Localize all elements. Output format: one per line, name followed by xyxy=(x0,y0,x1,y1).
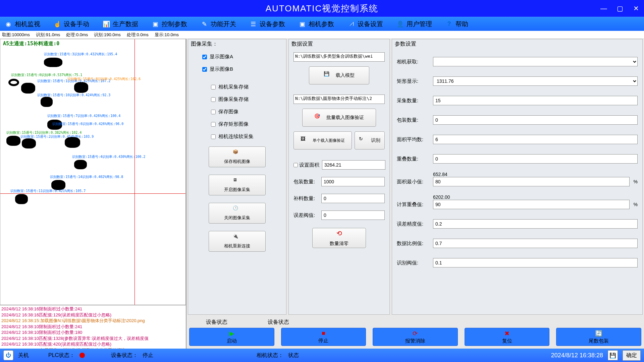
list-icon: ☰ xyxy=(250,20,257,28)
panel-title: 图像采集： xyxy=(188,39,286,49)
camera-view[interactable]: A5主通道:15补料通道:0 识别数室:15通号:3识别率:0.432%周长:1… xyxy=(0,39,186,305)
btn-start[interactable]: ▶启动 xyxy=(189,328,274,346)
status-proc1: 处理:0.0ms xyxy=(66,32,88,38)
hint-area-min: 652.84 xyxy=(397,172,638,177)
minimize-button[interactable]: — xyxy=(596,0,612,17)
menu-function-switch[interactable]: ✎功能开关 xyxy=(199,18,238,30)
detection-label: 识别数室:15通号:3识别率:0.432%周长:195.4 xyxy=(44,52,117,57)
log-panel[interactable]: 2024/8/12 16:38:16限制面积过小数量:241 2024/8/12… xyxy=(0,305,186,349)
menu-device-manual[interactable]: ☝设备手动 xyxy=(52,18,91,30)
btn-alarm-clear[interactable]: ⟳报警消除 xyxy=(373,328,458,346)
detection-blob xyxy=(6,136,20,146)
btn-reconnect[interactable]: 🔌相机重新连接 xyxy=(209,231,266,252)
menu-control-params[interactable]: ▣控制参数 xyxy=(150,18,189,30)
detection-label: 识别数室:15通号:6识别率:0.426%周长:96.0 xyxy=(52,122,123,126)
hint-calc-overlap: 6202.00 xyxy=(397,194,638,200)
reset-icon: ⟲ xyxy=(336,229,342,237)
menu-camera-monitor[interactable]: ◉相机监视 xyxy=(3,18,42,30)
panel-title: 参数设置 xyxy=(392,39,642,49)
detection-label: 识别数室:15通号:11识别率:0.421%周长:105.7 xyxy=(10,189,86,193)
camera2-icon: ▣ xyxy=(299,20,306,28)
status-proc2: 处理:0.0ms xyxy=(127,32,149,38)
chk-set-area[interactable] xyxy=(293,163,298,167)
alarm-icon: ⟳ xyxy=(413,330,418,337)
log-line: 2024/8/12 16:38:16限制面积过小数量:241 xyxy=(1,306,184,312)
menu-camera-params[interactable]: ▣相机参数 xyxy=(297,18,336,30)
input-set-area[interactable] xyxy=(322,160,385,170)
btn-stop[interactable]: ■停止 xyxy=(281,328,366,346)
input-area-avg[interactable] xyxy=(433,135,638,144)
input-collect-qty[interactable] xyxy=(433,96,638,105)
menu-user-mgmt[interactable]: 👤用户管理 xyxy=(394,18,434,30)
input-calc-overlap[interactable] xyxy=(433,200,630,209)
power-button[interactable]: ⏻ xyxy=(3,350,13,360)
panel-title: 数据设置 xyxy=(289,39,389,49)
clock-icon: 🕒 xyxy=(233,205,241,214)
chk-save-img[interactable]: 保存图像 xyxy=(193,107,281,116)
refresh-icon: ↻ xyxy=(359,136,368,145)
input-err-prec[interactable] xyxy=(433,219,638,229)
detection-blob xyxy=(21,83,35,94)
hand-icon: ☝ xyxy=(54,20,61,28)
menu-help[interactable]: ?帮助 xyxy=(443,18,470,30)
maximize-button[interactable]: ▢ xyxy=(612,0,628,17)
btn-single-verify[interactable]: 🖼单个载入图像验证 xyxy=(293,131,352,149)
window-icon: ▣ xyxy=(152,20,159,28)
camera-panel: A5主通道:15补料通道:0 识别数室:15通号:3识别率:0.432%周长:1… xyxy=(0,39,186,349)
btn-save-camera-image[interactable]: 📦保存相机图像 xyxy=(209,146,266,167)
camera-header: A5主通道:15补料通道:0 xyxy=(0,39,185,48)
menu-device-settings[interactable]: ⩘设备设置 xyxy=(345,18,385,30)
input-overlap-qty[interactable] xyxy=(433,154,638,164)
chk-show-b[interactable]: 显示图像B xyxy=(193,65,281,74)
btn-load-model[interactable]: 💾载入模型 xyxy=(309,66,369,84)
data-settings-panel: 数据设置 N:\训练数据\多类型集合训练数据\wei 💾载入模型 N:\训练数据… xyxy=(288,39,390,315)
archive-icon: 📦 xyxy=(233,149,241,158)
titlebar: AUTOMATIC视觉控制系统 — ▢ ✕ xyxy=(0,0,644,17)
footer-clock: 2024/8/12 16:38:28 xyxy=(551,352,603,359)
input-pack-qty2[interactable] xyxy=(433,115,638,125)
chk-save-rect[interactable]: 保存矩形图像 xyxy=(193,120,281,129)
disk-icon: 💾 xyxy=(609,352,616,359)
edit-icon: ✎ xyxy=(201,20,208,28)
close-button[interactable]: ✕ xyxy=(628,0,644,17)
menu-prod-data[interactable]: 📊生产数据 xyxy=(101,18,140,30)
btn-reset-count[interactable]: ⟲数量清零 xyxy=(312,228,366,248)
input-area-min[interactable] xyxy=(433,177,630,186)
btn-tail-pack[interactable]: 🔄尾数包装 xyxy=(556,328,641,346)
field-set-area: 设置面积 xyxy=(293,160,385,170)
chk-cont-capture[interactable]: 相机连续软采集 xyxy=(193,132,281,141)
btn-batch-verify[interactable]: 🎯批量载入图像验证 xyxy=(302,109,376,127)
power-icon: ⏻ xyxy=(6,352,11,358)
chk-cam-store[interactable]: 相机采集存储 xyxy=(193,82,281,92)
image-acquire-panel: 图像采集： 显示图像A 显示图像B 相机采集存储 图像采集存储 保存图像 保存矩… xyxy=(188,39,286,315)
btn-stop-capture[interactable]: 🕒关闭图像采集 xyxy=(209,203,266,224)
btn-reset[interactable]: ✖复位 xyxy=(465,328,550,346)
save-button[interactable]: 💾 xyxy=(608,350,618,360)
input-data-ratio[interactable] xyxy=(433,239,638,248)
wave-icon: ⩘ xyxy=(347,20,355,28)
footer: ⏻ 关机 PLC状态： 设备状态： 停止 相机状态： 状态 2024/8/12 … xyxy=(0,349,644,362)
menu-device-params[interactable]: ☰设备参数 xyxy=(248,18,287,30)
btn-start-capture[interactable]: 🖥开启图像采集 xyxy=(209,175,266,195)
path-images[interactable]: N:\训练数据\圆形物体分类手动标注\2 xyxy=(293,95,385,104)
detection-blob xyxy=(22,138,36,148)
camera-status-value: 状态 xyxy=(288,352,299,359)
path-model[interactable]: N:\训练数据\多类型集合训练数据\wei xyxy=(293,52,385,62)
btn-recognize[interactable]: ↻识别 xyxy=(355,131,385,149)
device-status-value: 停止 xyxy=(143,352,153,359)
detection-blob xyxy=(74,160,87,169)
chk-img-store[interactable]: 图像采集存储 xyxy=(193,95,281,104)
chk-show-a[interactable]: 显示图像A xyxy=(193,52,281,61)
input-pack-qty[interactable] xyxy=(321,177,385,186)
select-camera[interactable] xyxy=(433,57,638,66)
log-line: 2024/8/12 16:38:10限制面积过小数量:180 xyxy=(1,329,184,336)
device-status-label-1: 设备状态 xyxy=(206,319,227,326)
input-err-thresh[interactable] xyxy=(321,210,385,220)
input-feed-qty[interactable] xyxy=(321,194,385,203)
confirm-button[interactable]: 确定 xyxy=(623,350,641,361)
main-area: A5主通道:15补料通道:0 识别数室:15通号:3识别率:0.432%周长:1… xyxy=(0,39,644,349)
param-settings-panel: 参数设置 相机获取: 矩形显示:1311.76 采集数量: 包装数量: 面积平均… xyxy=(392,39,643,315)
plc-status-label: PLC状态： xyxy=(48,352,75,359)
select-rect-disp[interactable]: 1311.76 xyxy=(433,76,638,86)
input-recog-thresh[interactable] xyxy=(433,258,638,267)
